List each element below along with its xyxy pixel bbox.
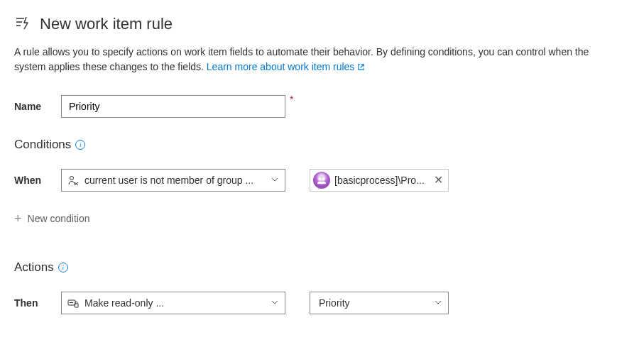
action-type-value: Make read-only ... <box>84 297 164 309</box>
group-avatar-icon <box>313 172 330 189</box>
chevron-down-icon <box>271 297 279 309</box>
svg-point-3 <box>70 176 74 180</box>
page-header: New work item rule <box>14 14 603 33</box>
page-title: New work item rule <box>40 15 173 33</box>
name-input[interactable] <box>61 95 285 118</box>
add-condition-button[interactable]: + New condition <box>14 211 603 226</box>
plus-icon: + <box>14 211 22 226</box>
user-not-member-icon <box>67 175 79 186</box>
name-label: Name <box>14 101 61 112</box>
learn-more-link[interactable]: Learn more about work item rules <box>207 61 366 72</box>
chevron-down-icon <box>434 297 442 309</box>
rule-icon <box>14 14 31 33</box>
page-description: A rule allows you to specify actions on … <box>14 45 603 75</box>
info-icon[interactable]: i <box>58 263 68 272</box>
external-link-icon <box>357 60 365 75</box>
info-icon[interactable]: i <box>75 140 85 150</box>
action-field-value: Priority <box>319 297 350 309</box>
then-row: Then Make read-only ... Priority <box>14 292 603 314</box>
name-row: Name * <box>14 95 603 118</box>
condition-type-value: current user is not member of group ... <box>84 175 253 186</box>
then-label: Then <box>14 297 61 309</box>
condition-type-dropdown[interactable]: current user is not member of group ... <box>61 169 285 192</box>
svg-point-7 <box>322 177 325 180</box>
when-row: When current user is not member of group… <box>14 169 603 192</box>
group-picker[interactable]: [basicprocess]\Pro... ✕ <box>310 169 449 192</box>
group-value: [basicprocess]\Pro... <box>334 175 431 186</box>
when-label: When <box>14 175 61 186</box>
action-type-dropdown[interactable]: Make read-only ... <box>61 292 285 314</box>
readonly-icon <box>67 297 79 309</box>
actions-heading: Actions i <box>14 260 603 275</box>
action-field-dropdown[interactable]: Priority <box>310 292 449 314</box>
chevron-down-icon <box>271 175 279 186</box>
svg-point-6 <box>318 177 321 180</box>
conditions-heading: Conditions i <box>14 138 603 152</box>
required-asterisk: * <box>290 94 293 105</box>
clear-group-button[interactable]: ✕ <box>431 173 445 187</box>
